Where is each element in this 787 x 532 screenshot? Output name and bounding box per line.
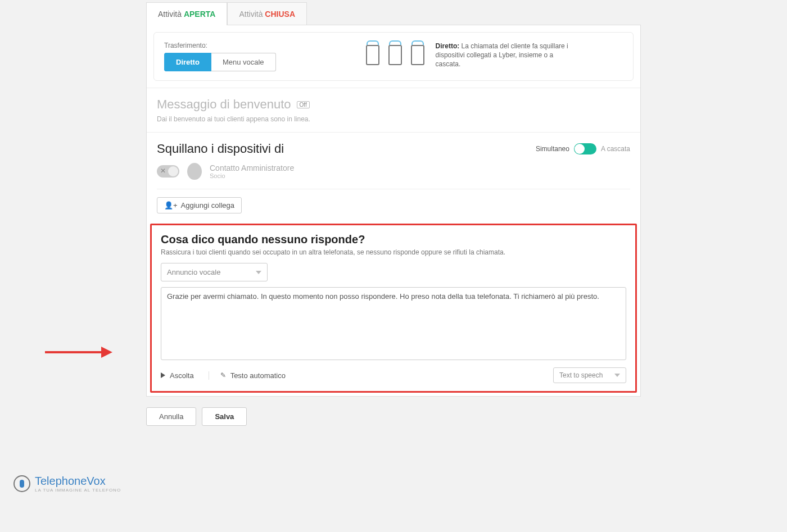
transfer-segmented: Diretto Menu vocale	[164, 53, 276, 71]
phone-icon	[388, 45, 402, 65]
ring-mode-switch[interactable]	[574, 143, 596, 154]
transfer-direct-button[interactable]: Diretto	[164, 53, 211, 71]
mode-cascade-label: A cascata	[601, 145, 630, 153]
welcome-subtitle: Dai il benvenuto ai tuoi clienti appena …	[157, 115, 630, 123]
activity-tabs: Attività APERTA Attività CHIUSA	[146, 2, 641, 25]
brand-tagline: LA TUA IMMAGINE AL TELEFONO	[35, 488, 121, 493]
microphone-icon	[13, 475, 30, 492]
brand-name-a: Telephone	[35, 475, 87, 487]
pencil-icon: ✎	[220, 371, 226, 379]
chevron-down-icon	[614, 374, 620, 377]
announcement-text-input[interactable]	[161, 287, 626, 360]
no-answer-highlight-box: Cosa dico quando nessuno risponde? Rassi…	[150, 224, 637, 393]
tab-closed-status: CHIUSA	[265, 10, 295, 19]
tab-closed[interactable]: Attività CHIUSA	[227, 2, 307, 25]
no-answer-section: Cosa dico quando nessuno risponde? Rassi…	[152, 225, 635, 391]
footer-actions: Annulla Salva	[146, 407, 641, 426]
transfer-description: Diretto: La chiamata del cliente fa squi…	[436, 42, 576, 69]
mode-simultaneous-label: Simultaneo	[536, 145, 569, 153]
listen-button[interactable]: Ascolta	[161, 371, 194, 380]
avatar-icon	[187, 163, 202, 180]
main-panel: Trasferimento: Diretto Menu vocale Diret…	[146, 25, 641, 397]
ring-section: Squillano i dispositivi di Simultaneo A …	[147, 132, 640, 222]
contact-row: Contatto Amministratore Socio	[157, 156, 630, 189]
tab-open[interactable]: Attività APERTA	[146, 2, 227, 25]
listen-label: Ascolta	[170, 371, 194, 380]
phones-icon	[366, 45, 424, 65]
tts-select-value: Text to speech	[559, 371, 603, 379]
welcome-off-badge[interactable]: Off	[297, 101, 310, 108]
ring-mode-toggle: Simultaneo A cascata	[536, 143, 630, 154]
tab-open-prefix: Attività	[158, 10, 184, 19]
transfer-panel: Trasferimento: Diretto Menu vocale Diret…	[153, 32, 634, 81]
cancel-button[interactable]: Annulla	[146, 407, 196, 426]
contact-name: Contatto Amministratore	[210, 163, 294, 172]
add-colleague-label: Aggiungi collega	[181, 201, 234, 210]
auto-text-label: Testo automatico	[230, 371, 286, 380]
add-colleague-button[interactable]: 👤+ Aggiungi collega	[157, 197, 242, 213]
transfer-menu-button[interactable]: Menu vocale	[211, 53, 276, 71]
chevron-down-icon	[256, 271, 261, 274]
contact-toggle[interactable]	[157, 165, 179, 178]
tts-select[interactable]: Text to speech	[553, 367, 626, 383]
announcement-type-select[interactable]: Annuncio vocale	[161, 263, 268, 281]
callout-arrow	[45, 348, 112, 356]
phone-icon	[366, 45, 379, 65]
auto-text-button[interactable]: ✎ Testo automatico	[209, 371, 286, 380]
no-answer-title: Cosa dico quando nessuno risponde?	[161, 233, 626, 246]
contact-role: Socio	[210, 172, 294, 179]
play-icon	[161, 372, 165, 378]
welcome-section: Messaggio di benvenuto Off Dai il benven…	[147, 88, 640, 132]
no-answer-subtitle: Rassicura i tuoi clienti quando sei occu…	[161, 248, 626, 256]
transfer-desc-bold: Diretto:	[436, 42, 460, 50]
phone-icon	[411, 45, 424, 65]
brand-logo: TelephoneVox LA TUA IMMAGINE AL TELEFONO	[13, 475, 121, 493]
user-plus-icon: 👤+	[164, 201, 178, 210]
transfer-label: Trasferimento:	[164, 42, 276, 49]
ring-title: Squillano i dispositivi di	[157, 142, 284, 156]
tab-closed-prefix: Attività	[239, 10, 265, 19]
announcement-type-value: Annuncio vocale	[167, 268, 220, 276]
welcome-title: Messaggio di benvenuto	[157, 97, 291, 112]
brand-name-b: Vox	[87, 475, 105, 487]
tab-open-status: APERTA	[184, 10, 216, 19]
save-button[interactable]: Salva	[202, 407, 247, 426]
